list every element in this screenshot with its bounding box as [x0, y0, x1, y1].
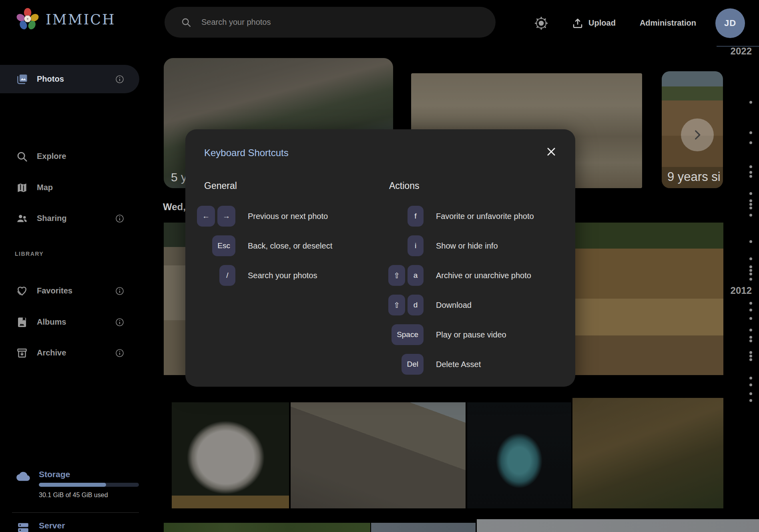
administration-button[interactable]: Administration: [637, 18, 699, 28]
keycap: Del: [402, 354, 424, 375]
storage-title: Storage: [39, 470, 70, 479]
scrubber-dot: [749, 257, 752, 260]
scrubber-dot: [749, 273, 752, 275]
sidebar-item-map[interactable]: Map: [0, 173, 139, 202]
date-group-header: Wed,: [163, 201, 186, 213]
sidebar-item-photos[interactable]: Photos: [0, 65, 139, 93]
shortcuts-section-header: Actions: [389, 181, 566, 193]
upload-label: Upload: [588, 18, 616, 28]
shortcut-keys: ⇧d: [382, 295, 424, 315]
info-icon[interactable]: [115, 317, 124, 327]
immich-flower-icon: [15, 7, 40, 32]
app-title: IMMICH: [46, 12, 116, 28]
sidebar-item-label: Sharing: [37, 214, 66, 223]
scrubber-dot: [749, 131, 752, 134]
shortcut-description: Back, close, or deselect: [248, 241, 332, 251]
shortcut-row: iShow or hide info: [382, 231, 566, 261]
sun-icon: [534, 16, 548, 30]
keycap: ⇧: [388, 295, 405, 315]
keycap: ⇧: [388, 265, 405, 286]
shortcut-description: Download: [436, 301, 472, 310]
scrubber-dot: [749, 383, 752, 386]
photo-thumbnail-teapots[interactable]: [467, 402, 571, 508]
memory-card-canyon[interactable]: 9 years si: [662, 71, 723, 188]
shortcut-row: /Search your photos: [197, 261, 373, 290]
upload-icon: [572, 17, 584, 29]
keycap: →: [217, 206, 235, 227]
info-icon[interactable]: [115, 214, 124, 223]
search-icon: [181, 17, 192, 28]
immich-app: 5 y 9 years si Wed, 2022 2012: [0, 0, 759, 532]
scrubber-dot: [749, 278, 752, 281]
upload-button[interactable]: Upload: [569, 17, 618, 30]
info-icon[interactable]: [115, 286, 124, 296]
scrubber-dot: [749, 329, 752, 331]
photo-thumbnail-gray[interactable]: [371, 523, 476, 532]
heart-icon: [16, 285, 28, 297]
shortcut-description: Favorite or unfavorite photo: [436, 212, 534, 221]
navbar: IMMICH Upload Administration JD: [0, 0, 759, 46]
divider: [12, 512, 139, 513]
photo-thumbnail-lizard[interactable]: [572, 398, 723, 508]
sidebar-item-label: Albums: [37, 317, 66, 327]
close-icon: [546, 146, 557, 158]
shortcut-row: ⇧dDownload: [382, 290, 566, 320]
server-title: Server: [39, 521, 65, 530]
search-bar[interactable]: [165, 7, 496, 38]
keycap: /: [219, 265, 235, 286]
sidebar-item-favorites[interactable]: Favorites: [0, 277, 139, 305]
modal-close-button[interactable]: [543, 144, 559, 160]
sidebar-item-label: Map: [37, 183, 53, 192]
info-icon[interactable]: [115, 74, 124, 84]
shortcut-keys: ⇧a: [382, 265, 424, 286]
app-logo[interactable]: IMMICH: [15, 7, 116, 32]
scrubber-dot: [749, 309, 752, 311]
shortcut-row: EscBack, close, or deselect: [197, 231, 373, 261]
sidebar-item-albums[interactable]: Albums: [0, 308, 139, 336]
search-input[interactable]: [201, 17, 457, 27]
library-section-header: LIBRARY: [15, 251, 44, 257]
photo-thumbnail-beach-cliff[interactable]: [574, 223, 723, 375]
shortcut-keys: Space: [382, 324, 424, 345]
shortcut-row: SpacePlay or pause video: [382, 320, 566, 349]
shortcut-description: Archive or unarchive photo: [436, 271, 531, 280]
sidebar: Photos Explore Map Sharing LIBRARY Favor…: [0, 46, 139, 532]
scrubber-dot: [749, 302, 752, 305]
scrubber-dot: [749, 351, 752, 354]
shortcut-keys: f: [382, 206, 424, 227]
storage-usage-text: 30.1 GiB of 45 GiB used: [39, 492, 108, 499]
photo-thumbnail-bust[interactable]: [172, 402, 289, 508]
archive-icon: [16, 347, 28, 359]
shortcut-description: Previous or next photo: [248, 212, 328, 221]
shortcut-description: Play or pause video: [436, 330, 506, 339]
photo-thumbnail-grass[interactable]: [164, 523, 370, 532]
shortcut-description: Search your photos: [248, 271, 317, 280]
cloud-icon: [15, 470, 31, 485]
server-icon: [16, 521, 30, 532]
sidebar-item-sharing[interactable]: Sharing: [0, 204, 139, 233]
scrubber-dot: [749, 192, 752, 195]
map-icon: [16, 182, 28, 194]
timeline-scrubber[interactable]: 2022 2012: [715, 0, 759, 532]
info-icon[interactable]: [115, 348, 124, 358]
memory-next-button[interactable]: [681, 118, 714, 151]
shortcut-row: ←→Previous or next photo: [197, 201, 373, 231]
shortcut-description: Delete Asset: [436, 360, 481, 369]
memory-card-label: 5 y: [171, 171, 187, 184]
user-avatar[interactable]: JD: [715, 8, 745, 38]
keycap: Esc: [212, 235, 235, 256]
scrubber-year-middle: 2012: [731, 285, 752, 296]
scrubber-year-top: 2022: [731, 46, 752, 57]
photo-thumbnail-ruins[interactable]: [291, 402, 466, 508]
scrubber-dot: [749, 336, 752, 339]
scrubber-dot: [749, 101, 752, 104]
shortcut-keys: /: [197, 265, 235, 286]
sidebar-item-explore[interactable]: Explore: [0, 142, 139, 171]
shortcut-row: DelDelete Asset: [382, 349, 566, 379]
sidebar-item-archive[interactable]: Archive: [0, 339, 139, 367]
scrubber-dot: [749, 165, 752, 168]
keycap: ←: [197, 206, 215, 227]
keycap: i: [408, 235, 424, 256]
theme-toggle-button[interactable]: [532, 16, 551, 31]
scrubber-dot: [749, 355, 752, 357]
